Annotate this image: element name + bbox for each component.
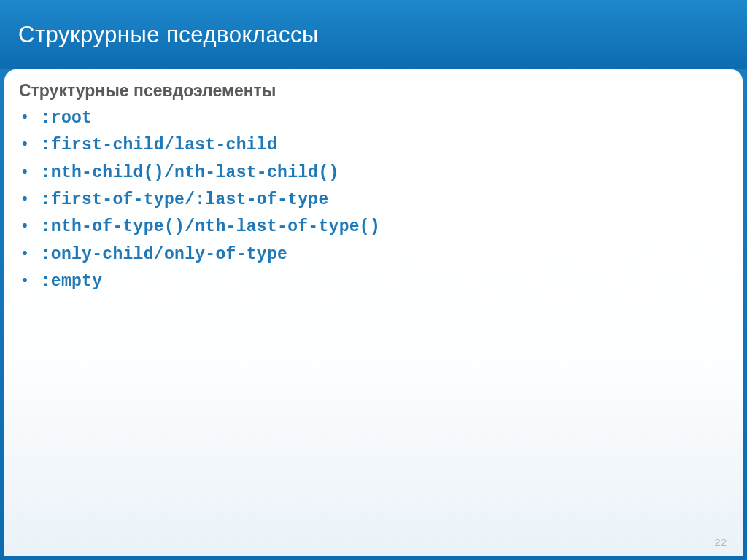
list-item: • :first-of-type/:last-of-type bbox=[19, 188, 728, 212]
slide-title: Струкрурные пседвоклассы bbox=[18, 22, 729, 48]
bullet-icon: • bbox=[22, 106, 28, 128]
bullet-icon: • bbox=[22, 270, 28, 291]
slide-content-card: Структурные псевдоэлементы • :root • :fi… bbox=[4, 69, 743, 556]
list-item-text: :nth-of-type()/nth-last-of-type() bbox=[41, 215, 380, 239]
bullet-icon: • bbox=[22, 161, 28, 182]
list-item-text: :first-child/last-child bbox=[41, 133, 277, 158]
list-item-text: :only-child/only-of-type bbox=[41, 243, 287, 267]
bullet-icon: • bbox=[22, 243, 28, 264]
slide-header: Струкрурные пседвоклассы bbox=[0, 0, 747, 69]
list-item: • :nth-child()/nth-last-child() bbox=[19, 161, 728, 185]
content-subtitle: Структурные псевдоэлементы bbox=[19, 81, 728, 101]
bullet-icon: • bbox=[22, 215, 28, 236]
list-item: • :root bbox=[19, 106, 728, 131]
list-item: • :nth-of-type()/nth-last-of-type() bbox=[19, 215, 728, 239]
page-number: 22 bbox=[714, 536, 727, 548]
list-item-text: :nth-child()/nth-last-child() bbox=[41, 161, 339, 185]
list-item-text: :root bbox=[41, 106, 93, 131]
bullet-icon: • bbox=[22, 133, 28, 155]
list-item: • :first-child/last-child bbox=[19, 133, 728, 158]
list-item-text: :empty bbox=[41, 270, 103, 294]
pseudo-class-list: • :root • :first-child/last-child • :nth… bbox=[19, 106, 728, 294]
list-item: • :empty bbox=[19, 270, 728, 294]
list-item: • :only-child/only-of-type bbox=[19, 243, 728, 267]
list-item-text: :first-of-type/:last-of-type bbox=[41, 188, 329, 212]
bullet-icon: • bbox=[22, 188, 28, 209]
